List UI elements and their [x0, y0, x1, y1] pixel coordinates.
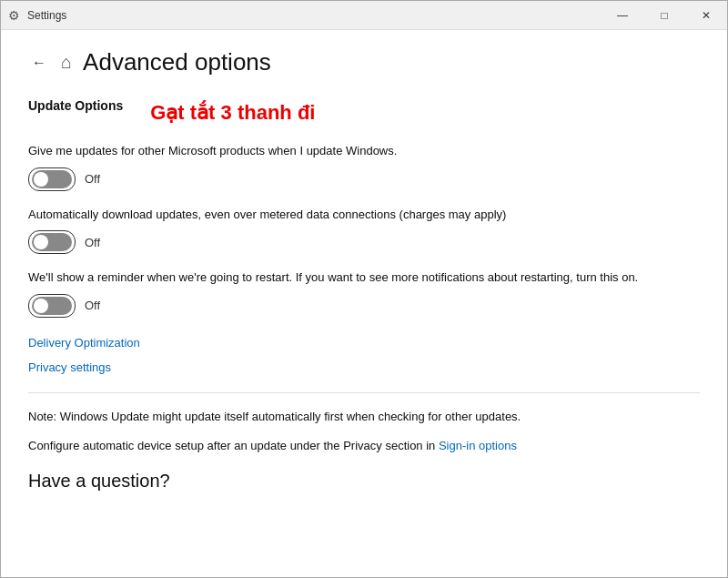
privacy-settings-link[interactable]: Privacy settings — [28, 360, 700, 374]
toggle-description-1: Give me updates for other Microsoft prod… — [28, 142, 665, 160]
toggle-row-2: Off — [28, 230, 700, 254]
delivery-optimization-link[interactable]: Delivery Optimization — [28, 336, 700, 350]
toggle-knob-1 — [34, 172, 48, 187]
toggle-state-label-1: Off — [85, 172, 100, 186]
link-section: Delivery Optimization Privacy settings — [28, 336, 700, 374]
note-text-2: Configure automatic device setup after a… — [28, 437, 665, 456]
footer-heading: Have a question? — [28, 471, 700, 492]
annotation-text: Gạt tắt 3 thanh đi — [150, 101, 315, 125]
toggle-switch-3[interactable] — [28, 294, 76, 318]
toggle-switch-2[interactable] — [28, 230, 76, 254]
toggle-description-3: We'll show a reminder when we're going t… — [28, 269, 665, 287]
toggle-state-label-2: Off — [85, 236, 100, 249]
toggle-switch-1[interactable] — [28, 167, 76, 191]
toggle-track-2 — [32, 233, 72, 251]
toggle-knob-3 — [34, 299, 48, 313]
note-text-1: Note: Windows Update might update itself… — [28, 408, 665, 427]
title-bar-title: Settings — [27, 9, 66, 22]
home-icon: ⌂ — [61, 52, 72, 73]
title-bar-controls: — □ ✕ — [602, 1, 727, 30]
toggle-item-1: Give me updates for other Microsoft prod… — [28, 142, 700, 191]
divider — [28, 392, 700, 393]
page-header: ← ⌂ Advanced options — [28, 48, 700, 76]
toggle-track-3 — [32, 297, 72, 315]
toggle-row-3: Off — [28, 294, 700, 318]
title-bar: ⚙ Settings — □ ✕ — [1, 1, 727, 30]
settings-window: ⚙ Settings — □ ✕ ← ⌂ Advanced options Up… — [0, 0, 728, 578]
main-content: ← ⌂ Advanced options Update Options Gạt … — [1, 30, 727, 577]
back-button[interactable]: ← — [28, 51, 50, 75]
settings-window-icon: ⚙ — [8, 8, 20, 23]
note-section: Note: Windows Update might update itself… — [28, 408, 700, 457]
toggle-description-2: Automatically download updates, even ove… — [28, 206, 665, 224]
section-heading: Update Options — [28, 98, 123, 113]
maximize-button[interactable]: □ — [643, 1, 685, 30]
title-bar-left: ⚙ Settings — [8, 8, 66, 23]
toggle-row-1: Off — [28, 167, 700, 191]
note-text-2-before: Configure automatic device setup after a… — [28, 439, 439, 452]
toggle-item-2: Automatically download updates, even ove… — [28, 206, 700, 255]
toggle-item-3: We'll show a reminder when we're going t… — [28, 269, 700, 318]
close-button[interactable]: ✕ — [685, 1, 727, 30]
page-title: Advanced options — [83, 48, 271, 76]
minimize-button[interactable]: — — [602, 1, 643, 30]
section-heading-row: Update Options Gạt tắt 3 thanh đi — [28, 98, 700, 127]
toggle-knob-2 — [34, 235, 48, 249]
toggle-track-1 — [32, 170, 72, 188]
toggle-state-label-3: Off — [85, 299, 100, 312]
sign-in-options-link[interactable]: Sign-in options — [439, 439, 517, 452]
